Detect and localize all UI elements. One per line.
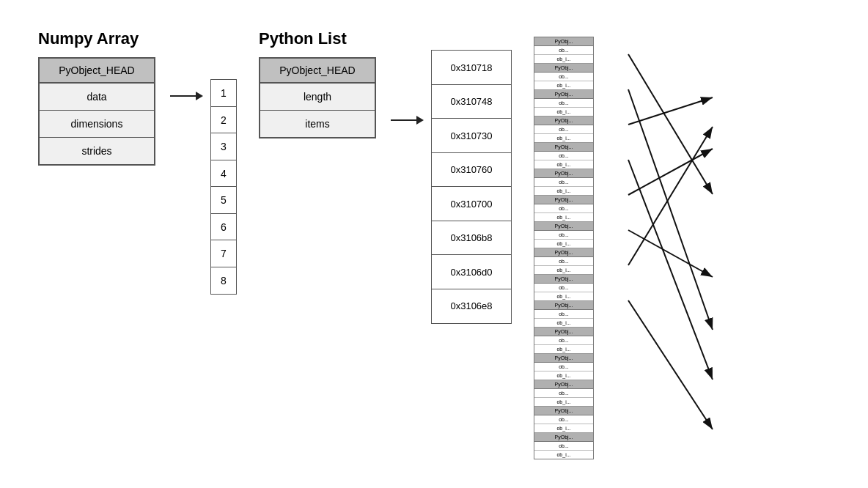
mini-boxes-container: PyObj... ob... ob_i... PyObj... ob... ob… — [534, 37, 594, 459]
svg-line-4 — [628, 160, 713, 380]
svg-line-5 — [628, 149, 713, 195]
addr-cell-5: 0x3106b8 — [431, 221, 512, 256]
addr-cell-2: 0x310730 — [431, 118, 512, 153]
num-cell-4: 4 — [210, 160, 237, 188]
numpy-header: PyObject_HEAD — [40, 59, 154, 84]
numpy-data-cell: data — [40, 84, 154, 111]
numpy-table: PyObject_HEAD data dimensions strides — [38, 57, 155, 166]
num-list: 1 2 3 4 5 6 7 8 — [210, 81, 237, 295]
num-cell-8: 8 — [210, 267, 237, 295]
data-arrow-line — [170, 95, 196, 97]
mini-box-0: PyObj... ob... ob_i... — [534, 37, 593, 64]
python-items-cell: items — [260, 111, 375, 137]
num-cell-2: 2 — [210, 106, 237, 134]
mini-box-0-row2: ob_i... — [534, 55, 593, 63]
items-arrow-line — [391, 119, 416, 121]
mini-box-0-header: PyObj... — [534, 37, 593, 46]
numpy-strides-cell: strides — [40, 138, 154, 164]
num-cell-7: 7 — [210, 240, 237, 267]
mini-box-3: PyObj... ob... ob_i... — [534, 117, 593, 143]
python-title: Python List — [259, 29, 347, 48]
data-arrowhead — [196, 92, 203, 100]
mini-box-10: PyObj... ob... ob_i... — [534, 301, 593, 328]
mini-box-11: PyObj... ob... ob_i... — [534, 328, 593, 354]
mini-box-12: PyObj... ob... ob_i... — [534, 354, 593, 380]
num-cell-3: 3 — [210, 133, 237, 160]
num-cell-1: 1 — [210, 79, 237, 107]
addr-list: 0x310718 0x310748 0x310730 0x310760 0x31… — [431, 51, 512, 324]
svg-line-1 — [628, 54, 713, 194]
addr-cell-0: 0x310718 — [431, 50, 512, 85]
mini-box-5: PyObj... ob... ob_i... — [534, 169, 593, 196]
mini-box-15: PyObj... ob... ob_i... — [534, 433, 593, 459]
svg-line-3 — [628, 97, 713, 125]
python-header: PyObject_HEAD — [260, 59, 375, 84]
mini-box-9: PyObj... ob... ob_i... — [534, 275, 593, 301]
mini-box-6: PyObj... ob... ob_i... — [534, 196, 593, 222]
numpy-dimensions-cell: dimensions — [40, 111, 154, 138]
mini-box-8: PyObj... ob... ob_i... — [534, 248, 593, 275]
python-table: PyObject_HEAD length items — [259, 57, 376, 138]
numpy-title: Numpy Array — [38, 29, 139, 48]
addr-cell-1: 0x310748 — [431, 84, 512, 119]
svg-line-7 — [628, 127, 713, 265]
addr-cell-7: 0x3106e8 — [431, 289, 512, 324]
svg-line-6 — [628, 230, 713, 277]
mini-box-0-row1: ob... — [534, 46, 593, 55]
mini-box-7: PyObj... ob... ob_i... — [534, 222, 593, 248]
svg-line-2 — [628, 89, 713, 330]
mini-box-13: PyObj... ob... ob_i... — [534, 380, 593, 407]
addr-cell-6: 0x3106d0 — [431, 254, 512, 289]
mini-box-4: PyObj... ob... ob_i... — [534, 143, 593, 169]
mini-box-1: PyObj... ob... ob_i... — [534, 64, 593, 90]
mini-box-2: PyObj... ob... ob_i... — [534, 90, 593, 117]
svg-line-8 — [628, 300, 713, 429]
addr-cell-3: 0x310760 — [431, 152, 512, 188]
python-length-cell: length — [260, 84, 375, 111]
num-cell-5: 5 — [210, 186, 237, 214]
addr-cell-4: 0x310700 — [431, 186, 512, 221]
items-arrowhead — [416, 116, 424, 125]
mini-box-14: PyObj... ob... ob_i... — [534, 407, 593, 433]
num-cell-6: 6 — [210, 213, 237, 241]
